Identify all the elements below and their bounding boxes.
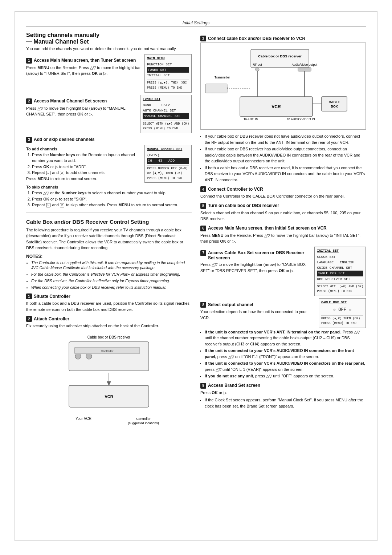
section-divider xyxy=(26,212,192,213)
step2-screen-title: TUNER SET xyxy=(143,97,189,102)
svg-text:RF out: RF out xyxy=(253,63,262,66)
r-step5-num: 5 xyxy=(200,203,206,209)
step1-row: 1 Access Main Menu screen, then Tuner Se… xyxy=(26,54,192,93)
svg-point-3 xyxy=(86,353,92,359)
r-step6-body: Press MENU on the Remote. Press △▽ to mo… xyxy=(200,232,366,244)
svg-text:CABLE: CABLE xyxy=(329,100,340,104)
r-step7-screen-line2: LANGUAGE ENGLISH xyxy=(317,260,363,265)
r-step9-heading-text: Access Brand Set screen xyxy=(208,383,260,388)
r-step7-content: 7 Access Cable Box Set screen or DBS Rec… xyxy=(200,247,311,275)
step2-heading: 2 Access Manual Channel Set screen xyxy=(26,98,136,104)
step2-heading-text: Access Manual Channel Set screen xyxy=(34,98,107,104)
r-step8-screen-footer: PRESS (▲,▼) THEN (OK)PRESS (MENU) TO END xyxy=(321,315,363,326)
step1-screen-line2: TUNER SET xyxy=(147,67,189,73)
r-step8-screen-title: CABLE BOX SET xyxy=(321,300,363,305)
r-step8-content: 8 Select output channel Your selection d… xyxy=(200,298,315,322)
section1-main-title: Setting channels manually xyxy=(26,32,192,39)
step1-content: 1 Access Main Menu screen, then Tuner Se… xyxy=(26,54,141,78)
r-step8-bullet4: If you do not use any unit, press △▽ unt… xyxy=(205,373,366,379)
section1-subtitle: — Manual Channel Set xyxy=(26,39,192,45)
step3-bullet1: If your cable box or DBS receiver does n… xyxy=(205,133,366,145)
notes-section: NOTES: The Controller is not supplied wi… xyxy=(26,254,192,290)
r-step8-screen: CABLE BOX SET ☆ OFF ☆ PRESS (▲,▼) THEN (… xyxy=(319,298,366,328)
step1-num: 1 xyxy=(26,58,32,64)
step3-screen-line2: CH 43 ADD xyxy=(147,158,189,163)
r-step7-screen-title: INITIAL SET xyxy=(317,248,363,254)
r-step9-heading: 9 Access Brand Set screen xyxy=(200,383,366,389)
step3-skip-item1: Press △▽ or the Number keys to select a … xyxy=(32,190,192,196)
step3-add-footer: Press MENU to return to normal screen. xyxy=(26,176,141,182)
svg-text:Audio/video output: Audio/video output xyxy=(292,63,318,66)
notes-title: NOTES: xyxy=(26,254,192,259)
r-step4-num: 4 xyxy=(200,186,206,192)
step2-screen-line3: MANUAL CHANNEL SET xyxy=(143,113,189,119)
connection-svg: Cable box or DBS receiver RF out Audio/v… xyxy=(204,46,356,126)
step2-content: 2 Access Manual Channel Set screen Press… xyxy=(26,95,136,119)
s2-step2-num: 2 xyxy=(26,316,32,322)
r-step4-heading-text: Connect Controller to VCR xyxy=(208,187,263,192)
section1-title: Setting channels manually — Manual Chann… xyxy=(26,32,192,45)
step1-screen-line1: FUNCTION SET xyxy=(147,62,189,67)
right-column: 3 Connect cable box and/or DBS receiver … xyxy=(200,32,366,432)
svg-rect-24 xyxy=(322,97,347,111)
step3-skip-item2: Press OK or ▷ to set to "SKIP". xyxy=(32,196,192,202)
r-step9-num: 9 xyxy=(200,383,206,389)
r-step7-num: 7 xyxy=(200,250,206,256)
r-step8-body: Your selection depends on how the unit i… xyxy=(200,309,315,321)
step3-add-content: To add channels Press the Number keys on… xyxy=(26,145,141,183)
step3-left-num: 3 xyxy=(26,137,32,143)
svg-text:Transmitter: Transmitter xyxy=(215,76,230,79)
page-container: – Initial Settings – Setting channels ma… xyxy=(15,11,377,541)
r-step7-screen-line3: GUIDE CHANNEL SET xyxy=(317,265,363,271)
step3-left-heading: 3 Add or skip desired channels xyxy=(26,137,192,143)
note-item-2: For the cable box, the Controller is eff… xyxy=(31,272,192,277)
step3-bullet2: If your cable box or DBS receiver has au… xyxy=(205,146,366,164)
svg-text:(suggested locations): (suggested locations) xyxy=(128,421,159,425)
step1-body: Press MENU on the Remote. Press △▽ to mo… xyxy=(26,65,141,77)
s2-step1-num: 1 xyxy=(26,293,32,299)
step3-bullets: If your cable box or DBS receiver does n… xyxy=(200,133,366,183)
step3-screen: MANUAL CHANNEL SET (CATV) CH 43 ADD PRES… xyxy=(144,145,192,183)
r-step7-row: 7 Access Cable Box Set screen or DBS Rec… xyxy=(200,247,366,296)
step1-heading: 1 Access Main Menu screen, then Tuner Se… xyxy=(26,58,141,64)
r-step5-heading: 5 Turn on cable box or DBS receiver xyxy=(200,203,366,209)
main-two-col: Setting channels manually — Manual Chann… xyxy=(26,32,366,432)
svg-text:Cable box or DBS receiver: Cable box or DBS receiver xyxy=(258,54,302,58)
s2-step1-heading: 1 Situate Controller xyxy=(26,293,192,299)
svg-text:Controller: Controller xyxy=(101,349,114,353)
r-step7-heading-text: Access Cable Box Set screen or DBS Recei… xyxy=(208,250,311,260)
step3-add-title: To add channels xyxy=(26,147,141,151)
note-item-3: For the DBS receiver, the Controller is … xyxy=(31,278,192,284)
step1-screen-footer: PRESS (▲,▼), THEN (OK)PRESS (MENU) TO EN… xyxy=(147,80,189,90)
r-step7-heading: 7 Access Cable Box Set screen or DBS Rec… xyxy=(200,250,311,261)
step3-add-item1: Press the Number keys on the Remote to i… xyxy=(32,152,141,164)
svg-text:BOX: BOX xyxy=(331,105,338,108)
r-step5-body: Select a channel other than channel 9 on… xyxy=(200,210,366,222)
r-step7-screen-footer: SELECT WITH (▲▼) AND (OK)PRESS (MENU) TO… xyxy=(317,283,363,294)
svg-text:To AUDIO/VIDEO IN: To AUDIO/VIDEO IN xyxy=(287,117,315,121)
s2-step2-heading-text: Attach Controller xyxy=(34,316,69,321)
r-step8-bullet2: If the unit is connected to your VCR's A… xyxy=(205,348,366,360)
step2-screen: TUNER SET BAND CATV AUTO CHANNEL SET MAN… xyxy=(140,95,192,133)
r-step8-screen-off: ☆ OFF ☆ xyxy=(321,307,363,313)
step3-screen-line1: (CATV) xyxy=(147,153,189,158)
step1-screen: MAIN MENU FUNCTION SET TUNER SET INITIAL… xyxy=(144,54,192,93)
svg-text:Cable box or DBS receiver: Cable box or DBS receiver xyxy=(87,335,131,339)
r-step8-bullet3: If the unit is connected to your VCR's A… xyxy=(205,360,366,372)
r-step7-screen-line1: CLOCK SET xyxy=(317,254,363,260)
r-step8-row: 8 Select output channel Your selection d… xyxy=(200,298,366,328)
step3-add-item3: Repeat 1 and 2 to add other channels. xyxy=(32,170,141,176)
r-step8-bullet1: If the unit is connected to your VCR's A… xyxy=(205,329,366,347)
controller-svg: Cable box or DBS receiver Controller VCR xyxy=(47,333,171,427)
r-step6-heading-text: Access Main Menu screen, then Initial Se… xyxy=(208,226,327,231)
svg-text:VCR: VCR xyxy=(271,104,281,109)
left-column: Setting channels manually — Manual Chann… xyxy=(26,32,192,432)
s2-step2-body: Fix securely using the adhesive strip at… xyxy=(26,323,192,329)
svg-text:To ANT. IN: To ANT. IN xyxy=(244,117,258,121)
r-step3-heading-text: Connect cable box and/or DBS receiver to… xyxy=(208,36,305,41)
svg-rect-20 xyxy=(205,84,227,93)
r-step8-num: 8 xyxy=(200,302,206,308)
r-step6-heading: 6 Access Main Menu screen, then Initial … xyxy=(200,226,366,231)
step3-screen-footer: PRESS NUMBER KEY (0–9)OR (▲,▼), THEN (OK… xyxy=(147,165,189,181)
initial-settings-label: – Initial Settings – xyxy=(179,20,213,25)
